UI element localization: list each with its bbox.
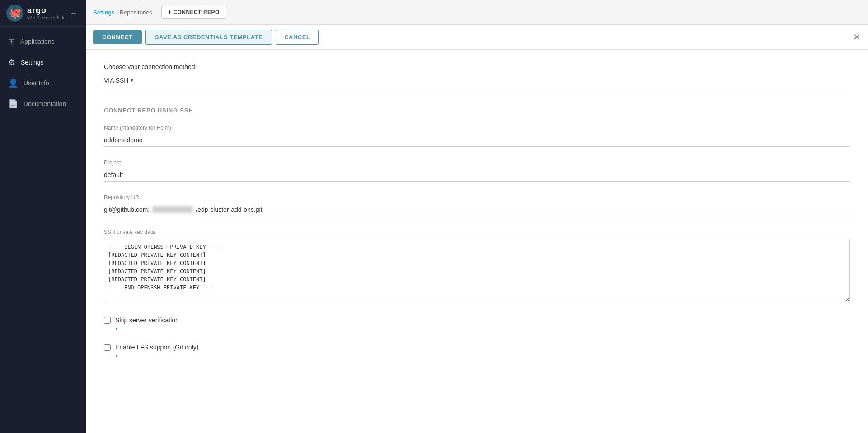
connect-button[interactable]: CONNECT <box>93 30 142 44</box>
avatar: 🐙 <box>6 5 23 22</box>
cancel-button[interactable]: CANCEL <box>276 30 319 45</box>
project-label: Project <box>104 159 850 166</box>
form-section: CONNECT REPO USING SSH Name (mandatory f… <box>104 107 850 358</box>
name-field: Name (mandatory for Helm) <box>104 125 850 147</box>
back-button[interactable]: ← <box>70 9 81 17</box>
sidebar-item-documentation-label: Documentation <box>23 100 66 107</box>
close-button[interactable]: ✕ <box>853 32 861 42</box>
sidebar-item-user-info-label: User Info <box>23 79 49 87</box>
enable-lfs-label: Enable LFS support (Git only) <box>115 344 198 351</box>
project-input[interactable] <box>104 169 850 182</box>
ssh-key-label: SSH private key data <box>104 229 850 235</box>
dialog-content: Choose your connection method: VIA SSH ▾… <box>86 50 868 433</box>
sidebar-item-documentation[interactable]: 📄 Documentation <box>0 93 86 114</box>
app-name: argo <box>27 6 68 15</box>
save-template-button[interactable]: SAVE AS CREDENTIALS TEMPLATE <box>145 30 272 45</box>
sidebar: 🐙 argo v2.7.2+cbee7e6.di... ← ⊞ Applicat… <box>0 0 86 433</box>
skip-server-verification-hint: ● <box>115 326 850 331</box>
logo-text: argo v2.7.2+cbee7e6.di... <box>27 6 68 20</box>
connection-method-label: Choose your connection method: <box>104 63 850 70</box>
dialog-area: CONNECT SAVE AS CREDENTIALS TEMPLATE CAN… <box>86 25 868 433</box>
docs-icon: 📄 <box>8 99 18 109</box>
connection-method-section: Choose your connection method: VIA SSH ▾ <box>104 63 850 93</box>
ssh-key-textarea[interactable]: -----BEGIN OPENSSH PRIVATE KEY----- [RED… <box>104 239 850 302</box>
breadcrumb-separator: / <box>116 9 118 16</box>
connection-method-dropdown[interactable]: VIA SSH ▾ <box>104 77 133 84</box>
breadcrumb: Settings / Repositories <box>93 9 152 16</box>
dialog-actionbar: CONNECT SAVE AS CREDENTIALS TEMPLATE CAN… <box>86 25 868 50</box>
repo-url-field: Repository URL git@github.com: /edp-clus… <box>104 194 850 216</box>
skip-server-verification-checkbox[interactable] <box>104 317 111 324</box>
repo-url-suffix: /edp-cluster-add-ons.git <box>196 206 262 213</box>
enable-lfs-row: Enable LFS support (Git only) ● <box>104 344 850 358</box>
sidebar-nav: ⊞ Applications ⚙ Settings 👤 User Info 📄 … <box>0 27 86 433</box>
skip-server-verification-label: Skip server verification <box>115 317 179 324</box>
repo-url-blurred <box>152 206 193 213</box>
sidebar-logo: 🐙 argo v2.7.2+cbee7e6.di... ← <box>0 0 86 27</box>
user-icon: 👤 <box>8 78 18 88</box>
sidebar-item-settings[interactable]: ⚙ Settings <box>0 52 86 73</box>
connect-repo-button[interactable]: + CONNECT REPO <box>161 6 226 19</box>
main-area: Settings / Repositories + CONNECT REPO C… <box>86 0 868 433</box>
sidebar-item-user-info[interactable]: 👤 User Info <box>0 73 86 93</box>
ssh-key-field: SSH private key data -----BEGIN OPENSSH … <box>104 229 850 304</box>
settings-icon: ⚙ <box>8 57 15 67</box>
app-version: v2.7.2+cbee7e6.di... <box>27 15 68 20</box>
name-label: Name (mandatory for Helm) <box>104 125 850 131</box>
connection-method-value: VIA SSH <box>104 77 128 84</box>
sidebar-item-applications[interactable]: ⊞ Applications <box>0 31 86 52</box>
enable-lfs-hint: ● <box>115 353 850 358</box>
repo-url-label: Repository URL <box>104 194 850 200</box>
dropdown-arrow-icon: ▾ <box>131 77 133 84</box>
topbar: Settings / Repositories + CONNECT REPO <box>86 0 868 25</box>
sidebar-item-applications-label: Applications <box>20 38 55 45</box>
sidebar-item-settings-label: Settings <box>21 59 44 66</box>
skip-server-verification-row: Skip server verification ● <box>104 317 850 331</box>
form-section-title: CONNECT REPO USING SSH <box>104 107 850 114</box>
applications-icon: ⊞ <box>8 37 15 47</box>
name-input[interactable] <box>104 135 850 147</box>
breadcrumb-repositories: Repositories <box>120 9 152 16</box>
repo-url-prefix: git@github.com: <box>104 206 150 213</box>
project-field: Project <box>104 159 850 182</box>
repo-url-display: git@github.com: /edp-cluster-add-ons.git <box>104 204 850 216</box>
enable-lfs-checkbox[interactable] <box>104 344 111 351</box>
breadcrumb-settings-link[interactable]: Settings <box>93 9 114 16</box>
